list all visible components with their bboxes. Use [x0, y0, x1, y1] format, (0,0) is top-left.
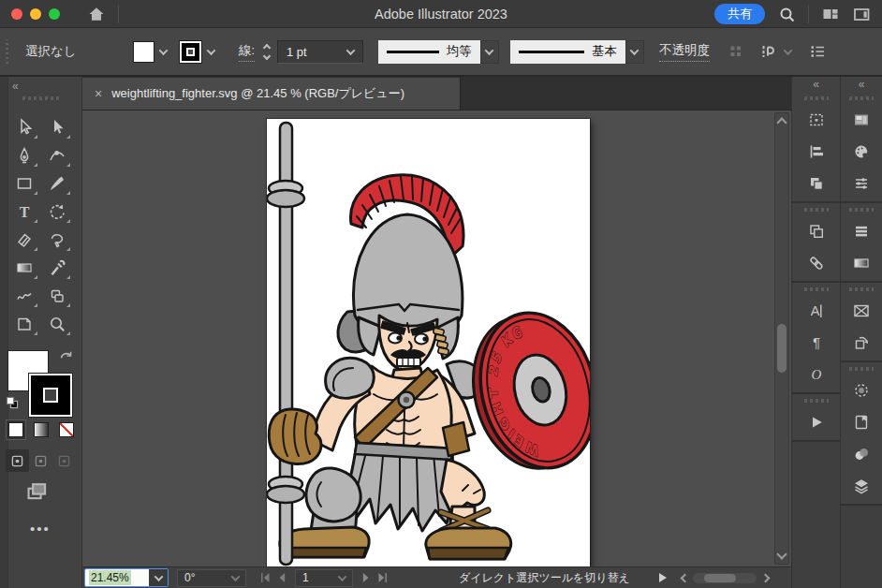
draw-normal-mode-button[interactable]	[6, 449, 29, 472]
previous-artboard-icon[interactable]	[276, 571, 289, 584]
stroke-proxy-swatch[interactable]	[29, 374, 72, 417]
last-artboard-icon[interactable]	[375, 571, 389, 584]
graphic-style-grid-icon[interactable]	[727, 42, 745, 61]
vertical-scrollbar[interactable]	[774, 112, 789, 565]
screen-mode-button[interactable]	[24, 479, 49, 504]
linked-image-panel-button[interactable]	[841, 295, 882, 327]
panel-group-grip[interactable]	[804, 399, 829, 403]
libraries-panel-button[interactable]	[841, 104, 882, 136]
artboard[interactable]: WEIGHT 25 KG WEIGHT 25 KG	[267, 119, 590, 566]
transparency-panel-button[interactable]	[841, 438, 882, 470]
brush-definition-control[interactable]: 基本	[510, 40, 625, 64]
panel-group-grip[interactable]	[804, 96, 829, 100]
direct-selection-tool-button[interactable]	[42, 114, 72, 140]
symbols-tool-button[interactable]	[42, 283, 72, 309]
stepper-up-icon[interactable]	[263, 43, 271, 51]
home-button[interactable]	[84, 3, 109, 25]
gradient-paint-button[interactable]	[31, 419, 51, 440]
type-tool-button[interactable]	[9, 198, 39, 225]
canvas[interactable]: WEIGHT 25 KG WEIGHT 25 KG	[82, 110, 791, 566]
minimize-window-button[interactable]	[30, 8, 41, 20]
artboard-tool-button[interactable]	[9, 311, 39, 337]
fill-color-swatch[interactable]	[133, 41, 154, 63]
align-panel-button[interactable]	[792, 136, 840, 168]
vertical-scroll-thumb[interactable]	[777, 324, 786, 373]
stroke-panel-button[interactable]	[841, 215, 882, 247]
gradient-tool-button[interactable]	[9, 255, 39, 281]
panel-group-grip[interactable]	[849, 367, 874, 371]
panel-group-grip[interactable]	[804, 208, 829, 212]
pen-tool-button[interactable]	[9, 142, 39, 169]
dock-collapse-button[interactable]: «	[859, 79, 865, 90]
first-artboard-icon[interactable]	[259, 571, 272, 584]
draw-behind-mode-button[interactable]	[29, 449, 52, 472]
panel-group-grip[interactable]	[849, 287, 874, 291]
zoom-level-chevron[interactable]	[149, 569, 168, 586]
transform-panel-button[interactable]	[792, 104, 840, 136]
shapes-panel-button[interactable]	[792, 215, 840, 247]
opacity-label[interactable]: 不透明度	[659, 42, 710, 62]
scroll-up-icon[interactable]	[776, 117, 786, 127]
default-fill-stroke-icon[interactable]	[5, 395, 20, 410]
image-trace-panel-button[interactable]	[841, 327, 882, 359]
links-panel-button[interactable]	[792, 247, 840, 279]
panel-group-grip[interactable]	[849, 208, 874, 212]
stroke-weight-chevron-icon[interactable]	[345, 46, 355, 55]
paintbrush-tool-button[interactable]	[42, 170, 72, 197]
panel-group-grip[interactable]	[804, 287, 829, 291]
opentype-panel-button[interactable]	[792, 359, 840, 390]
width-profile-control[interactable]: 均等	[378, 40, 480, 64]
share-button[interactable]: 共有	[714, 4, 765, 24]
lasso-tool-button[interactable]	[42, 227, 72, 253]
rotate-tool-button[interactable]	[42, 198, 72, 225]
fill-dropdown-chevron-icon[interactable]	[158, 46, 168, 55]
status-expand-icon[interactable]	[659, 573, 667, 582]
stroke-weight-stepper[interactable]	[264, 45, 270, 59]
zoom-tool-button[interactable]	[42, 311, 72, 337]
swatch-library-panel-button[interactable]	[841, 406, 882, 438]
pathfinder-panel-button[interactable]	[792, 168, 840, 199]
stroke-weight-label[interactable]: 線:	[239, 42, 255, 62]
zoom-level-value[interactable]: 21.45%	[89, 570, 131, 585]
search-icon[interactable]	[777, 5, 796, 23]
workspace-icon[interactable]	[821, 5, 840, 23]
eraser-tool-button[interactable]	[9, 227, 39, 253]
artboard-number-field[interactable]: 1	[295, 569, 353, 587]
controlbar-grip[interactable]	[6, 39, 8, 64]
curvature-tool-button[interactable]	[42, 142, 72, 169]
actions-panel-button[interactable]	[792, 406, 840, 438]
rotation-field[interactable]: 0°	[177, 569, 246, 587]
style-chevron-icon[interactable]	[783, 46, 792, 55]
pencil-tool-button[interactable]	[9, 283, 39, 309]
layers-panel-button[interactable]	[841, 470, 882, 502]
panel-toggle-icon[interactable]	[852, 5, 871, 23]
rectangle-tool-button[interactable]	[9, 170, 39, 197]
close-window-button[interactable]	[11, 8, 22, 20]
zoom-level-field[interactable]: 21.45%	[84, 568, 169, 587]
hscroll-right-icon[interactable]	[761, 574, 771, 583]
edit-toolbar-button[interactable]: •••	[30, 521, 51, 537]
toolbar-collapse-button[interactable]: «	[12, 81, 19, 92]
character-panel-button[interactable]	[792, 295, 840, 327]
style-panel-icon[interactable]	[758, 42, 777, 61]
toolbar-grip[interactable]	[22, 96, 60, 100]
stroke-weight-field[interactable]: 1 pt	[277, 40, 363, 64]
brush-definition-chevron[interactable]	[625, 40, 644, 64]
horizontal-scrollbar[interactable]	[693, 573, 757, 583]
next-artboard-icon[interactable]	[359, 571, 372, 584]
width-profile-chevron[interactable]	[480, 40, 499, 64]
eyedropper-tool-button[interactable]	[42, 255, 72, 281]
stroke-dropdown-chevron-icon[interactable]	[206, 46, 215, 55]
paragraph-panel-button[interactable]	[792, 327, 840, 359]
color-guide-panel-button[interactable]	[841, 168, 882, 199]
dock-collapse-button[interactable]: «	[813, 79, 819, 90]
draw-inside-mode-button[interactable]	[52, 449, 76, 472]
color-paint-button[interactable]	[6, 419, 26, 440]
horizontal-scroll-thumb[interactable]	[704, 574, 736, 582]
none-paint-button[interactable]	[56, 419, 77, 440]
scroll-down-icon[interactable]	[776, 549, 786, 559]
selection-tool-button[interactable]	[9, 114, 39, 140]
hscroll-left-icon[interactable]	[681, 574, 690, 583]
stroke-color-swatch[interactable]	[180, 41, 201, 63]
menu-list-icon[interactable]	[808, 42, 827, 61]
